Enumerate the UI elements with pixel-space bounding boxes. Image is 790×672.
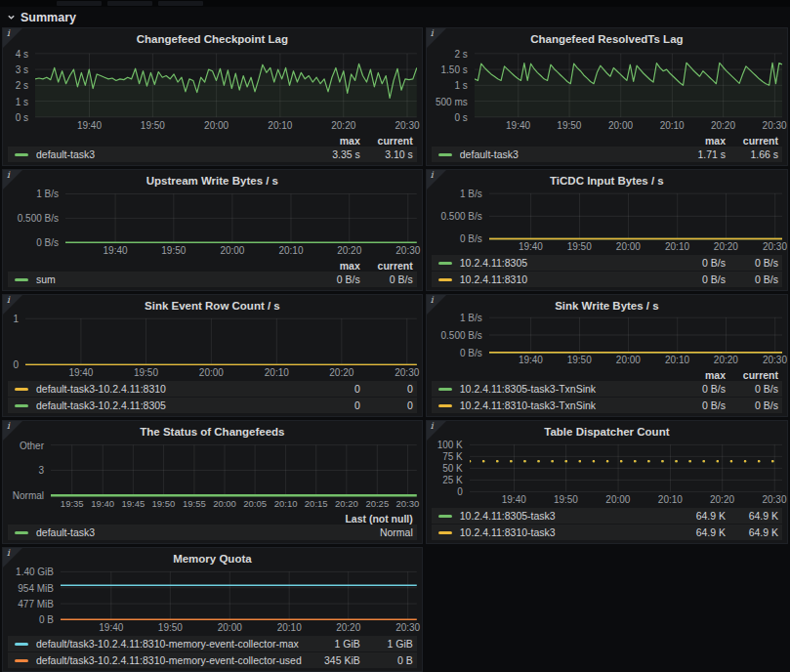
panel-title[interactable]: Sink Event Row Count / s bbox=[8, 297, 417, 315]
x-tick-label: 20:25 bbox=[365, 498, 389, 509]
x-tick-label: 20:30 bbox=[395, 245, 420, 256]
plot-area bbox=[475, 48, 782, 119]
top-bar bbox=[0, 0, 790, 7]
panel-info-corner[interactable]: i bbox=[427, 295, 446, 315]
y-tick-label: 0 bbox=[457, 486, 463, 497]
series-label[interactable]: 10.2.4.11:8310 bbox=[460, 273, 667, 285]
legend-header-current[interactable]: current bbox=[726, 135, 778, 147]
series-label[interactable]: default-task3 bbox=[36, 526, 380, 538]
panel-info-corner[interactable]: i bbox=[427, 28, 446, 48]
info-icon: i bbox=[431, 170, 434, 181]
series-value: 0 bbox=[302, 399, 360, 411]
panel-title[interactable]: Memory Quota bbox=[8, 550, 417, 567]
x-tick-label: 20:20 bbox=[714, 241, 738, 252]
legend-header: maxcurrent bbox=[8, 134, 417, 147]
series-color-marker bbox=[15, 659, 28, 662]
legend-header-max[interactable]: max bbox=[667, 369, 726, 381]
series-label[interactable]: 10.2.4.11:8310-task3 bbox=[460, 526, 667, 538]
panel-title[interactable]: Changefeed ResolvedTs Lag bbox=[432, 30, 782, 48]
series-color-marker bbox=[438, 404, 452, 407]
panel-info-corner[interactable]: i bbox=[3, 28, 22, 48]
legend-header-current[interactable]: current bbox=[360, 260, 413, 272]
panel-title[interactable]: TiCDC Input Bytes / s bbox=[432, 172, 782, 189]
panel-title[interactable]: The Status of Changefeeds bbox=[8, 423, 417, 441]
x-tick-label: 19:45 bbox=[121, 498, 145, 509]
y-axis-labels: Other3Normal bbox=[8, 441, 51, 497]
series-label[interactable]: 10.2.4.11:8305-task3-TxnSink bbox=[460, 383, 667, 395]
chart-canvas[interactable] bbox=[61, 567, 417, 621]
y-tick-label: 1.50 s bbox=[441, 64, 468, 75]
y-axis-labels: 4 s3 s2 s1 s0 s bbox=[8, 48, 35, 119]
series-label[interactable]: default-task3 bbox=[36, 148, 302, 160]
x-tick-label: 20:00 bbox=[616, 355, 641, 365]
panel-info-corner[interactable]: i bbox=[3, 295, 22, 315]
legend-header-current[interactable]: current bbox=[360, 135, 413, 147]
y-axis-labels: 10 bbox=[8, 315, 25, 366]
series-label[interactable]: sum bbox=[36, 273, 302, 285]
row-title[interactable]: Summary bbox=[21, 11, 76, 24]
series-label[interactable]: 10.2.4.11:8305-task3 bbox=[460, 510, 667, 522]
legend-header: maxcurrent bbox=[432, 368, 782, 381]
legend: Last (not null)default-task3Normal bbox=[8, 511, 417, 541]
y-axis-labels: 1 B/s0.500 B/s0 B/s bbox=[432, 189, 489, 240]
x-tick-label: 20:20 bbox=[335, 498, 358, 509]
series-label[interactable]: default/task3-10.2.4.11:8310-memory-even… bbox=[36, 654, 302, 666]
y-tick-label: 50 K bbox=[442, 463, 463, 474]
panel-title[interactable]: Upstream Write Bytes / s bbox=[8, 172, 417, 189]
chevron-down-icon[interactable] bbox=[7, 13, 16, 21]
info-icon: i bbox=[431, 28, 434, 39]
legend-header-current[interactable]: current bbox=[726, 369, 778, 381]
chart-area: 10 bbox=[8, 315, 417, 366]
chart-canvas[interactable] bbox=[489, 189, 782, 240]
panel-title[interactable]: Changefeed Checkpoint Lag bbox=[8, 30, 417, 48]
series-label[interactable]: default-task3-10.2.4.11:8305 bbox=[36, 399, 302, 411]
panel-info-corner[interactable]: i bbox=[3, 170, 22, 189]
panel-title[interactable]: Table Dispatcher Count bbox=[432, 423, 782, 441]
panel-info-corner[interactable]: i bbox=[427, 421, 446, 441]
x-tick-label: 19:40 bbox=[68, 367, 93, 378]
x-tick-label: 20:10 bbox=[278, 245, 303, 256]
y-tick-label: 1 s bbox=[16, 96, 28, 106]
series-value: 64.9 K bbox=[726, 526, 778, 538]
legend-header-max[interactable]: max bbox=[302, 260, 360, 272]
chart-canvas[interactable] bbox=[470, 441, 782, 493]
series-label[interactable]: default-task3-10.2.4.11:8310 bbox=[36, 383, 302, 395]
series-label[interactable]: default/task3-10.2.4.11:8310-memory-even… bbox=[36, 638, 302, 650]
row-header-summary[interactable]: Summary bbox=[0, 7, 790, 27]
chart-canvas[interactable] bbox=[25, 315, 417, 366]
y-tick-label: 0 s bbox=[16, 111, 28, 122]
x-tick-label: 20:30 bbox=[763, 355, 787, 365]
series-label[interactable]: 10.2.4.11:8310-task3-TxnSink bbox=[460, 399, 667, 411]
series-color-marker bbox=[438, 515, 452, 518]
series-label[interactable]: default-task3 bbox=[460, 148, 667, 160]
chart-canvas[interactable] bbox=[475, 48, 782, 119]
legend-header: maxcurrent bbox=[432, 134, 782, 147]
chart-canvas[interactable] bbox=[489, 315, 782, 354]
x-tick-label: 19:50 bbox=[557, 120, 581, 131]
panel-info-corner[interactable]: i bbox=[3, 421, 22, 441]
chart-canvas[interactable] bbox=[65, 189, 417, 244]
legend-row: default-task3Normal bbox=[8, 525, 417, 540]
chart-canvas[interactable] bbox=[35, 48, 417, 119]
series-label[interactable]: 10.2.4.11:8305 bbox=[460, 257, 667, 269]
legend-header-max[interactable]: max bbox=[302, 135, 360, 147]
x-tick-label: 19:40 bbox=[502, 494, 526, 505]
info-icon: i bbox=[7, 28, 10, 39]
panel-sink-write-bytes: iSink Write Bytes / s1 B/s0.500 B/s0 B/s… bbox=[426, 294, 788, 417]
x-tick-label: 20:00 bbox=[605, 494, 630, 505]
chart-area: 4 s3 s2 s1 s0 s bbox=[8, 48, 417, 119]
plot-area bbox=[489, 315, 782, 354]
info-icon: i bbox=[7, 548, 10, 559]
legend-header-max[interactable]: max bbox=[667, 135, 726, 147]
legend-header-last[interactable]: Last (not null) bbox=[345, 513, 412, 525]
panel-info-corner[interactable]: i bbox=[427, 170, 446, 189]
y-tick-label: 2 s bbox=[454, 48, 467, 59]
chart-canvas[interactable] bbox=[51, 441, 417, 497]
top-bar-block bbox=[158, 1, 203, 6]
x-tick-label: 20:30 bbox=[395, 367, 419, 378]
panel-info-corner[interactable]: i bbox=[3, 548, 22, 567]
x-tick-label: 20:15 bbox=[305, 498, 328, 509]
plot-area bbox=[61, 567, 417, 621]
y-tick-label: 0.500 B/s bbox=[441, 211, 482, 222]
panel-title[interactable]: Sink Write Bytes / s bbox=[432, 297, 782, 315]
